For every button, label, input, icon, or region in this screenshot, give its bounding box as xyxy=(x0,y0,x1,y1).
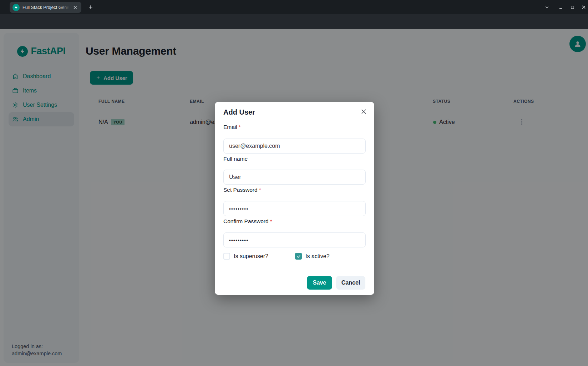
browser-tab[interactable]: Full Stack Project Genera xyxy=(10,2,81,13)
full-name-label: Full name xyxy=(223,156,248,162)
tab-search-chevron-icon[interactable] xyxy=(543,3,551,11)
browser-titlebar: Full Stack Project Genera xyxy=(0,0,588,14)
fastapi-favicon-icon xyxy=(12,4,20,11)
email-field[interactable] xyxy=(223,139,366,154)
is-active-checkbox[interactable] xyxy=(295,253,302,260)
full-name-field[interactable] xyxy=(223,170,366,185)
modal-title: Add User xyxy=(223,108,255,116)
tab-close-icon[interactable] xyxy=(72,4,78,11)
required-marker: * xyxy=(270,218,272,224)
window-minimize-button[interactable] xyxy=(557,3,565,11)
window-close-button[interactable] xyxy=(579,3,588,11)
is-active-checkbox-row: Is active? xyxy=(295,253,330,260)
save-button[interactable]: Save xyxy=(307,276,332,290)
is-superuser-label: Is superuser? xyxy=(234,253,268,260)
is-superuser-checkbox[interactable] xyxy=(223,253,230,260)
browser-window: Full Stack Project Genera xyxy=(0,0,588,366)
required-marker: * xyxy=(239,124,241,130)
add-user-modal: Add User Email* Full name Set Password* … xyxy=(215,102,374,295)
is-active-label: Is active? xyxy=(305,253,330,260)
set-password-label: Set Password* xyxy=(223,187,261,193)
email-label: Email* xyxy=(223,124,241,130)
confirm-password-field[interactable] xyxy=(223,232,366,247)
cancel-button[interactable]: Cancel xyxy=(336,276,365,290)
window-maximize-button[interactable] xyxy=(568,3,577,11)
new-tab-button[interactable] xyxy=(86,3,95,11)
app-page: FastAPI Dashboard Items xyxy=(0,29,588,366)
browser-navbar: i localhost/admin 1 xyxy=(0,14,588,29)
set-password-field[interactable] xyxy=(223,201,366,216)
required-marker: * xyxy=(259,187,261,193)
modal-close-button[interactable] xyxy=(359,106,369,116)
tab-title: Full Stack Project Genera xyxy=(22,5,69,10)
confirm-password-label: Confirm Password* xyxy=(223,218,272,225)
is-superuser-checkbox-row: Is superuser? xyxy=(223,253,268,260)
